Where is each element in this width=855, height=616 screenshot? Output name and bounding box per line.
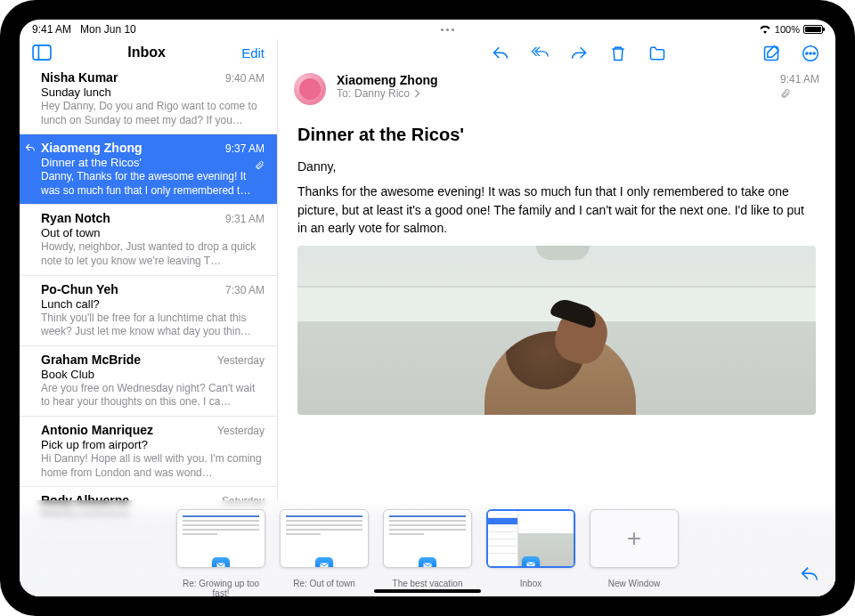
message-time: Yesterday (217, 425, 265, 437)
message-item[interactable]: Nisha Kumar9:40 AMSunday lunchHey Danny,… (20, 64, 277, 134)
message-preview: Think you'll be free for a lunchtime cha… (41, 312, 265, 339)
shelf-label: Re: Out of town (293, 579, 354, 596)
shelf-label: Re: Growing up too fast! (176, 579, 265, 596)
compose-reply-fab[interactable] (800, 564, 819, 584)
message-list[interactable]: Nisha Kumar9:40 AMSunday lunchHey Danny,… (20, 64, 277, 565)
message-time: 9:40 AM (225, 72, 265, 85)
battery-pct: 100% (775, 24, 800, 35)
shelf-window[interactable]: +New Window (590, 509, 679, 596)
mail-body-text: Thanks for the awesome evening! It was s… (297, 182, 816, 237)
mail-time: 9:41 AM (780, 73, 819, 85)
message-item[interactable]: Xiaomeng Zhong9:37 AMDinner at the Ricos… (20, 134, 277, 205)
message-subject: Sunday lunch (41, 85, 265, 99)
message-preview: Howdy, neighbor, Just wanted to drop a q… (41, 240, 265, 268)
forward-icon[interactable] (570, 45, 588, 62)
mail-from[interactable]: Xiaomeng Zhong (337, 73, 770, 87)
folder-move-icon[interactable] (648, 45, 666, 62)
message-item[interactable]: Graham McBrideYesterdayBook ClubAre you … (20, 346, 277, 417)
message-sender: Antonio Manriquez (41, 423, 153, 437)
chevron-right-icon (413, 89, 420, 98)
message-subject: Book Club (41, 368, 265, 381)
wifi-icon (759, 25, 771, 34)
trash-icon[interactable] (609, 45, 627, 62)
message-item[interactable]: Antonio ManriquezYesterdayPick up from a… (20, 417, 277, 487)
edit-button[interactable]: Edit (241, 45, 265, 61)
message-preview: Are you free on Wednesday night? Can't w… (41, 382, 265, 409)
status-date: Mon Jun 10 (80, 23, 136, 36)
svg-rect-0 (33, 45, 51, 60)
shelf-thumb (383, 509, 472, 568)
message-subject: Pick up from airport? (41, 438, 265, 451)
mail-to-label: To: (337, 87, 351, 100)
message-time: Yesterday (217, 354, 265, 367)
svg-point-8 (810, 53, 811, 54)
svg-point-7 (806, 53, 808, 54)
message-sender: Po-Chun Yeh (41, 282, 118, 296)
message-time: 9:31 AM (225, 213, 265, 225)
shelf-window[interactable]: Re: Growing up too fast! (176, 509, 265, 596)
shelf-label: The best vacation (393, 579, 463, 596)
mail-subject: Dinner at the Ricos' (297, 125, 816, 145)
attachment-icon (255, 159, 265, 171)
replied-icon (25, 142, 36, 153)
message-subject: Out of town (41, 226, 265, 239)
sidebar-toggle-icon[interactable] (32, 45, 52, 61)
shelf-window[interactable]: Re: Out of town (280, 509, 369, 596)
shelf-window[interactable]: The best vacation (383, 509, 472, 596)
shelf-label: Inbox (520, 579, 542, 596)
message-item[interactable]: Po-Chun Yeh7:30 AMLunch call?Think you'l… (20, 276, 277, 346)
more-icon[interactable] (802, 45, 819, 62)
message-preview: Hey Danny, Do you and Rigo want to come … (41, 100, 265, 127)
shelf-thumb-new: + (590, 509, 679, 568)
message-time: 7:30 AM (225, 284, 265, 296)
mail-app-icon (522, 556, 540, 568)
avatar[interactable] (294, 73, 326, 105)
message-sender: Xiaomeng Zhong (41, 141, 142, 155)
mail-attachment-image[interactable] (297, 246, 816, 415)
multitask-dots-icon[interactable] (136, 28, 759, 31)
inbox-title: Inbox (127, 45, 166, 61)
shelf-window[interactable]: Inbox (486, 509, 575, 596)
attachment-icon (780, 87, 819, 100)
message-subject: Lunch call? (41, 297, 265, 311)
message-sender: Graham McBride (41, 353, 141, 367)
home-indicator[interactable] (374, 589, 481, 593)
mail-to-name: Danny Rico (354, 87, 410, 100)
shelf-label: New Window (608, 579, 660, 596)
reply-icon[interactable] (492, 45, 509, 62)
shelf-thumb (486, 509, 575, 568)
mail-app-icon (212, 557, 230, 568)
mail-greeting: Danny, (297, 158, 816, 175)
plus-icon: + (627, 524, 641, 553)
compose-icon[interactable] (762, 45, 780, 62)
svg-point-9 (813, 53, 815, 54)
status-time: 9:41 AM (32, 23, 71, 36)
mail-to-row[interactable]: To: Danny Rico (337, 87, 770, 100)
mail-toolbar (278, 39, 835, 66)
shelf-thumb (280, 509, 369, 568)
reply-all-icon[interactable] (531, 45, 549, 62)
mail-app-icon (419, 557, 436, 568)
battery-icon (803, 25, 823, 34)
message-subject: Dinner at the Ricos' (41, 156, 265, 169)
message-preview: Hi Danny! Hope all is well with you. I'm… (41, 452, 265, 480)
message-sender: Nisha Kumar (41, 70, 118, 85)
shelf-thumb (176, 509, 265, 568)
mail-app-icon (315, 557, 333, 568)
message-sender: Ryan Notch (41, 211, 110, 225)
status-bar: 9:41 AM Mon Jun 10 100% (20, 20, 835, 39)
message-item[interactable]: Ryan Notch9:31 AMOut of townHowdy, neigh… (20, 205, 277, 275)
message-time: 9:37 AM (225, 142, 265, 155)
message-preview: Danny, Thanks for the awesome evening! I… (41, 170, 265, 198)
window-shelf: Re: Growing up too fast!Re: Out of townT… (20, 500, 835, 596)
